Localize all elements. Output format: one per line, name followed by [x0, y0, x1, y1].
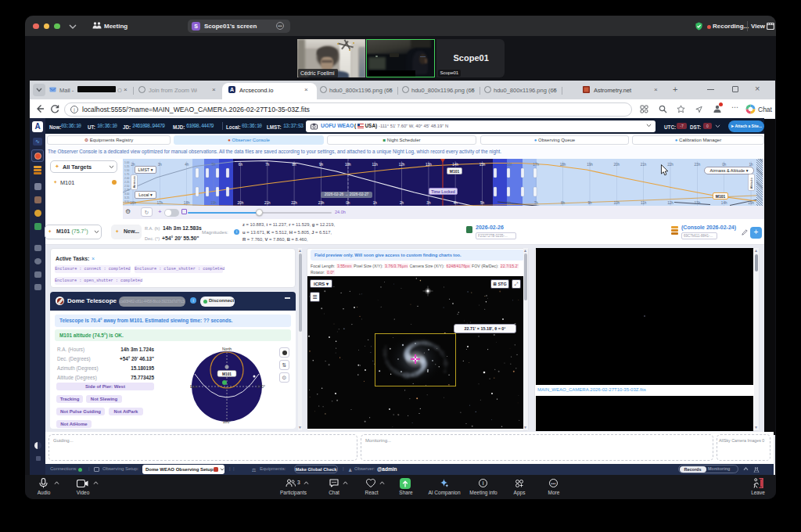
svg-text:3h: 3h	[426, 201, 431, 205]
svg-text:180°: 180°	[223, 419, 231, 424]
svg-text:21h: 21h	[641, 163, 647, 167]
svg-text:270°: 270°	[257, 384, 265, 389]
svg-text:21h: 21h	[264, 201, 271, 205]
svg-text:4h: 4h	[454, 201, 458, 205]
svg-text:6h: 6h	[239, 163, 243, 167]
svg-text:Altitude: Altitude	[749, 178, 753, 189]
svg-text:2.25: 2.25	[124, 181, 129, 184]
svg-text:12h: 12h	[399, 163, 405, 167]
svg-text:1.25: 1.25	[124, 165, 129, 168]
svg-text:15h: 15h	[480, 163, 486, 167]
svg-text:11h: 11h	[641, 201, 647, 205]
svg-text:16h: 16h	[130, 201, 136, 205]
svg-text:1h: 1h	[373, 201, 378, 205]
svg-text:22h: 22h	[291, 201, 297, 205]
svg-text:13h: 13h	[426, 163, 432, 167]
svg-text:2.00: 2.00	[124, 177, 129, 180]
svg-text:5h: 5h	[212, 163, 217, 167]
svg-text:18h: 18h	[560, 163, 566, 167]
svg-text:1.50: 1.50	[124, 169, 129, 172]
svg-text:20h: 20h	[613, 163, 620, 167]
svg-text:Airmass: Airmass	[132, 176, 136, 189]
svg-text:8h: 8h	[561, 201, 566, 205]
svg-text:16h: 16h	[506, 163, 512, 167]
svg-text:4h: 4h	[185, 163, 189, 167]
svg-text:9h: 9h	[319, 163, 324, 167]
svg-text:3.50: 3.50	[124, 200, 129, 203]
svg-text:15h: 15h	[748, 201, 754, 205]
svg-text:North: North	[222, 347, 232, 351]
svg-text:M101: M101	[222, 372, 232, 376]
svg-text:14h: 14h	[452, 163, 458, 167]
svg-text:23h: 23h	[318, 201, 325, 205]
svg-text:0h: 0h	[346, 201, 350, 205]
svg-text:0h: 0h	[722, 163, 727, 167]
svg-text:9h: 9h	[587, 201, 592, 205]
svg-text:1.75: 1.75	[124, 173, 129, 176]
svg-text:10h: 10h	[345, 163, 351, 167]
svg-text:13h: 13h	[695, 201, 701, 205]
svg-text:2h: 2h	[400, 201, 404, 205]
svg-text:23h: 23h	[695, 163, 701, 167]
svg-text:18h: 18h	[184, 201, 190, 205]
svg-text:17h: 17h	[156, 201, 163, 205]
svg-text:3h: 3h	[158, 163, 163, 167]
svg-text:8h: 8h	[293, 163, 297, 167]
svg-text:19h: 19h	[587, 163, 593, 167]
svg-text:7h: 7h	[534, 201, 539, 205]
svg-text:3.25: 3.25	[124, 196, 129, 200]
svg-text:12h: 12h	[667, 201, 673, 205]
svg-text:11h: 11h	[372, 163, 379, 167]
svg-text:1.00: 1.00	[124, 161, 129, 164]
svg-text:19h: 19h	[210, 201, 217, 205]
svg-text:10h: 10h	[613, 201, 620, 205]
svg-text:20h: 20h	[238, 201, 244, 205]
svg-text:17h: 17h	[533, 163, 539, 167]
svg-text:5h: 5h	[480, 201, 485, 205]
svg-text:6h: 6h	[507, 201, 512, 205]
svg-text:2.50: 2.50	[124, 185, 129, 188]
svg-text:14h: 14h	[721, 201, 727, 205]
svg-text:7h: 7h	[265, 163, 270, 167]
svg-text:East: East	[190, 384, 199, 389]
svg-text:2.75: 2.75	[124, 189, 129, 192]
svg-text:3.00: 3.00	[124, 192, 129, 196]
svg-text:1h: 1h	[749, 163, 754, 167]
